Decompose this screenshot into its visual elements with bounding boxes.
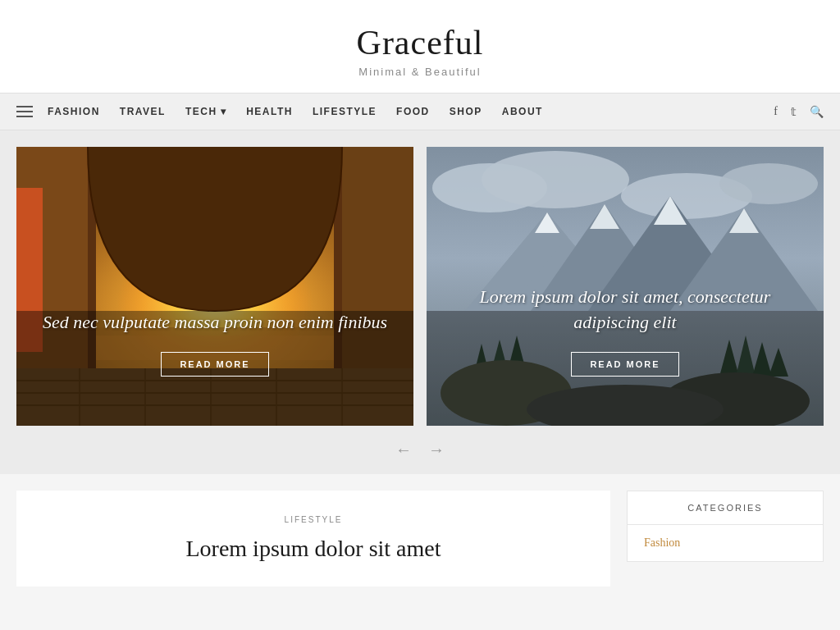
slide-2-read-more[interactable]: READ MORE <box>571 352 678 377</box>
bottom-section: LIFESTYLE Lorem ipsum dolor sit amet CAT… <box>0 474 840 587</box>
site-tagline: Minimal & Beautiful <box>16 66 824 78</box>
main-nav: FASHION TRAVEL TECH ▾ HEALTH LIFESTYLE F… <box>0 93 840 130</box>
nav-item-about[interactable]: ABOUT <box>502 106 543 117</box>
hero-slides: Sed nec vulputate massa proin non enim f… <box>16 147 824 426</box>
svg-point-23 <box>719 163 818 204</box>
nav-item-food[interactable]: FOOD <box>396 106 430 117</box>
main-post-card: LIFESTYLE Lorem ipsum dolor sit amet <box>16 491 610 587</box>
slide-1-title: Sed nec vulputate massa proin non enim f… <box>41 310 389 336</box>
facebook-icon[interactable]: f <box>774 105 778 118</box>
category-item-fashion[interactable]: Fashion <box>644 536 806 550</box>
post-category: LIFESTYLE <box>49 515 578 524</box>
nav-item-fashion[interactable]: FASHION <box>48 106 100 117</box>
slide-2-content: Lorem ipsum dolor sit amet, consectetur … <box>427 285 824 377</box>
svg-point-21 <box>482 151 629 208</box>
search-icon[interactable]: 🔍 <box>810 105 824 119</box>
nav-item-shop[interactable]: SHOP <box>450 106 482 117</box>
slide-2-title: Lorem ipsum dolor sit amet, consectetur … <box>451 285 799 336</box>
nav-item-tech[interactable]: TECH ▾ <box>185 106 226 117</box>
nav-item-lifestyle[interactable]: LIFESTYLE <box>313 106 377 117</box>
sidebar: CATEGORIES Fashion <box>627 491 824 587</box>
categories-title: CATEGORIES <box>628 491 823 525</box>
nav-links: FASHION TRAVEL TECH ▾ HEALTH LIFESTYLE F… <box>48 106 774 117</box>
hero-section: Sed nec vulputate massa proin non enim f… <box>0 130 840 474</box>
hero-slide-1: Sed nec vulputate massa proin non enim f… <box>16 147 413 426</box>
categories-widget: CATEGORIES Fashion <box>627 491 824 562</box>
next-arrow[interactable]: → <box>428 441 445 459</box>
slide-1-content: Sed nec vulputate massa proin non enim f… <box>16 310 413 377</box>
slider-controls: ← → <box>16 426 824 474</box>
hero-slide-2: Lorem ipsum dolor sit amet, consectetur … <box>427 147 824 426</box>
hamburger-menu[interactable] <box>16 106 33 117</box>
nav-item-travel[interactable]: TRAVEL <box>120 106 166 117</box>
prev-arrow[interactable]: ← <box>395 441 412 459</box>
site-title: Graceful <box>16 23 824 62</box>
categories-list: Fashion <box>628 525 823 561</box>
nav-icons: f 𝕥 🔍 <box>774 105 824 119</box>
nav-item-health[interactable]: HEALTH <box>246 106 293 117</box>
chevron-down-icon: ▾ <box>221 106 227 117</box>
site-header: Graceful Minimal & Beautiful <box>0 0 840 93</box>
slide-1-read-more[interactable]: READ MORE <box>161 352 268 377</box>
post-title[interactable]: Lorem ipsum dolor sit amet <box>49 536 578 562</box>
twitter-icon[interactable]: 𝕥 <box>791 105 797 119</box>
